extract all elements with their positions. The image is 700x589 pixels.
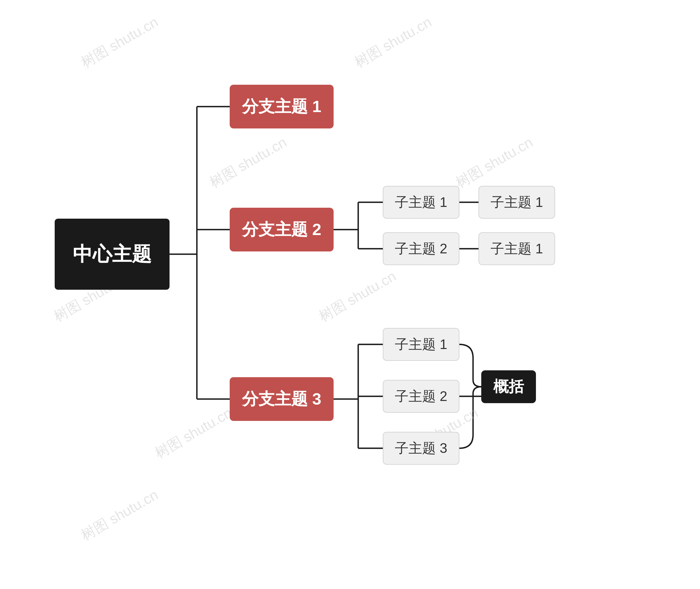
summary-label: 概括 [493,376,524,397]
b2-sub-node-2[interactable]: 子主题 2 [383,232,460,265]
watermark-7: 树图 shutu.cn [152,403,236,463]
b2-sub-node-1[interactable]: 子主题 1 [383,186,460,219]
b2-sub-2-child[interactable]: 子主题 1 [479,232,555,265]
branch-node-1[interactable]: 分支主题 1 [230,85,334,129]
b2-sub-1-label: 子主题 1 [395,193,447,212]
b2-sub-1-child[interactable]: 子主题 1 [479,186,555,219]
b3-sub-2-label: 子主题 2 [395,387,447,406]
center-node-label: 中心主题 [73,241,152,267]
b2-sub-2-label: 子主题 2 [395,240,447,258]
watermark-2: 树图 shutu.cn [351,13,435,72]
b3-sub-3-label: 子主题 3 [395,439,447,457]
watermark-4: 树图 shutu.cn [452,133,536,192]
b2-sub-2-child-label: 子主题 1 [491,240,543,258]
branch-node-3[interactable]: 分支主题 3 [230,377,334,421]
center-node[interactable]: 中心主题 [55,219,170,290]
branch-node-2[interactable]: 分支主题 2 [230,208,334,251]
watermark-1: 树图 shutu.cn [78,13,162,72]
branch-3-label: 分支主题 3 [242,388,321,410]
b2-sub-1-child-label: 子主题 1 [491,193,543,212]
watermark-9: 树图 shutu.cn [78,485,162,545]
b3-sub-node-1[interactable]: 子主题 1 [383,328,460,361]
watermark-3: 树图 shutu.cn [206,133,291,192]
branch-2-label: 分支主题 2 [242,219,321,241]
branch-1-label: 分支主题 1 [242,95,321,118]
summary-node[interactable]: 概括 [481,370,536,403]
watermark-6: 树图 shutu.cn [316,267,400,326]
b3-sub-node-2[interactable]: 子主题 2 [383,380,460,413]
b3-sub-1-label: 子主题 1 [395,335,447,354]
b3-sub-node-3[interactable]: 子主题 3 [383,432,460,465]
